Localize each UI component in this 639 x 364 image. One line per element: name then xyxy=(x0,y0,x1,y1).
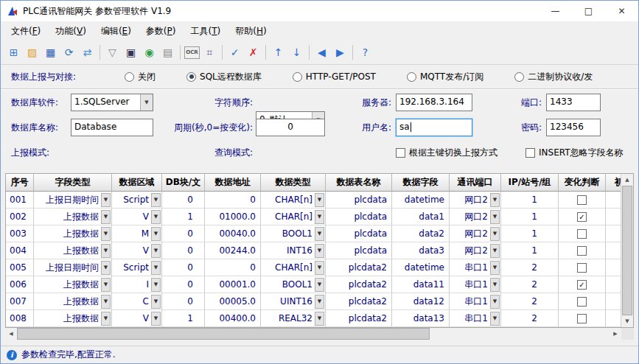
cell-db[interactable]: 0 xyxy=(162,293,205,310)
cell-seq[interactable]: 001 xyxy=(6,192,34,209)
menu-func[interactable]: 功能(V) xyxy=(48,22,94,41)
insert-ignore-checkbox[interactable]: INSERT忽略字段名称 xyxy=(525,145,624,160)
cell-seq[interactable]: 008 xyxy=(6,310,34,327)
column-header[interactable]: 数据表名称 xyxy=(326,174,392,192)
cell-dfield[interactable]: data3 xyxy=(392,242,450,259)
chevron-down-icon[interactable]: ▼ xyxy=(101,210,111,224)
horizontal-scroll-track[interactable] xyxy=(430,328,610,340)
cell-dfield[interactable]: data12 xyxy=(392,293,450,310)
cell-db[interactable]: 0 xyxy=(162,259,205,276)
chevron-down-icon[interactable]: ▼ xyxy=(151,227,161,241)
column-header[interactable]: DB块/文 xyxy=(162,174,205,192)
chevron-down-icon[interactable]: ▼ xyxy=(151,278,161,292)
cell-port[interactable]: 网口2▼ xyxy=(450,192,501,209)
cell-tname[interactable]: plcdata2 xyxy=(326,293,392,310)
connect-icon[interactable]: ⊞ xyxy=(5,44,22,61)
save-icon[interactable]: ▦ xyxy=(42,44,59,61)
change-checkbox-icon[interactable] xyxy=(577,297,587,307)
keypad-icon[interactable]: ⌗ xyxy=(201,44,218,61)
chevron-down-icon[interactable]: ▼ xyxy=(151,312,161,326)
cell-dfield[interactable]: data11 xyxy=(392,276,450,293)
delete-icon[interactable]: ✗ xyxy=(245,44,262,61)
cell-changed[interactable] xyxy=(559,310,606,327)
db-name-input[interactable]: Database xyxy=(71,119,153,136)
chevron-down-icon[interactable]: ▼ xyxy=(151,210,161,224)
chevron-down-icon[interactable]: ▼ xyxy=(490,244,500,258)
chevron-down-icon[interactable]: ▼ xyxy=(490,278,500,292)
port-input[interactable]: 1433 xyxy=(546,94,601,111)
radio-icon[interactable] xyxy=(125,72,134,82)
cell-dtype[interactable]: CHAR[n]▼ xyxy=(261,259,326,276)
cell-initial[interactable] xyxy=(606,293,621,310)
cell-addr[interactable]: 0 xyxy=(205,192,261,209)
chevron-down-icon[interactable]: ▼ xyxy=(101,261,111,275)
monitor-icon[interactable]: ▣ xyxy=(122,44,139,61)
change-checkbox-icon[interactable] xyxy=(577,314,587,323)
cell-seq[interactable]: 003 xyxy=(6,225,34,242)
cell-station[interactable]: 1 xyxy=(501,242,559,259)
change-checkbox-icon[interactable] xyxy=(577,263,587,273)
chevron-down-icon[interactable]: ▼ xyxy=(151,244,161,258)
radio-option[interactable]: HTTP-GET/POST xyxy=(293,71,376,83)
chevron-down-icon[interactable]: ▼ xyxy=(315,295,324,309)
cell-port[interactable]: 网口2▼ xyxy=(450,225,501,242)
cell-field_type[interactable]: 上报数据▼ xyxy=(34,242,112,259)
cell-field_type[interactable]: 上报数据▼ xyxy=(34,276,112,293)
primary-key-checkbox[interactable]: 根据主键切换上报方式 xyxy=(396,145,497,160)
change-checkbox-icon[interactable] xyxy=(577,246,587,256)
chevron-down-icon[interactable]: ▼ xyxy=(490,227,500,241)
horizontal-scrollbar[interactable]: ◀ ▶ xyxy=(5,328,634,340)
chevron-down-icon[interactable]: ▼ xyxy=(151,261,161,275)
password-input[interactable]: 123456 xyxy=(546,119,601,136)
cell-changed[interactable] xyxy=(559,242,606,259)
cell-initial[interactable] xyxy=(606,225,621,242)
help-icon[interactable]: ? xyxy=(357,44,374,61)
chevron-down-icon[interactable]: ▼ xyxy=(490,312,500,326)
chevron-down-icon[interactable]: ▼ xyxy=(315,210,324,224)
cell-initial[interactable] xyxy=(606,276,621,293)
prev-icon[interactable]: ◀ xyxy=(313,44,330,61)
cell-seq[interactable]: 004 xyxy=(6,242,34,259)
cell-seq[interactable]: 007 xyxy=(6,293,34,310)
cell-dfield[interactable]: data2 xyxy=(392,225,450,242)
cell-port[interactable]: 网口2▼ xyxy=(450,209,501,225)
ocr-icon[interactable]: OCR xyxy=(184,46,200,59)
change-checkbox-icon[interactable] xyxy=(577,229,587,239)
cell-dfield[interactable]: datetime xyxy=(392,259,450,276)
cell-changed[interactable]: ✓ xyxy=(559,276,606,293)
chevron-down-icon[interactable]: ▼ xyxy=(315,261,324,275)
cell-dfield[interactable]: datetime xyxy=(392,192,450,209)
radio-option[interactable]: MQTT发布/订阅 xyxy=(407,71,483,83)
scroll-up-icon[interactable]: ▲ xyxy=(621,174,633,186)
cell-changed[interactable] xyxy=(559,293,606,310)
cell-field_type[interactable]: 上报数据▼ xyxy=(34,209,112,225)
minimize-button[interactable]: — xyxy=(539,1,572,21)
cell-area[interactable]: V▼ xyxy=(112,242,162,259)
checkbox-icon[interactable] xyxy=(525,148,535,158)
cell-addr[interactable]: 00400.0 xyxy=(205,310,261,327)
chevron-down-icon[interactable]: ▼ xyxy=(140,94,153,111)
cell-db[interactable]: 0 xyxy=(162,242,205,259)
chevron-down-icon[interactable]: ▼ xyxy=(490,295,500,309)
change-checkbox-icon[interactable] xyxy=(577,195,587,205)
cell-db[interactable]: 1 xyxy=(162,310,205,327)
column-header[interactable]: 变化判断 xyxy=(559,174,606,192)
cell-dtype[interactable]: UINT16▼ xyxy=(261,293,326,310)
close-button[interactable]: ✕ xyxy=(605,1,638,21)
cell-station[interactable]: 2 xyxy=(501,259,559,276)
cell-addr[interactable]: 00244.0 xyxy=(205,242,261,259)
cell-tname[interactable]: plcdata xyxy=(326,192,392,209)
radio-icon[interactable] xyxy=(186,72,196,82)
chevron-down-icon[interactable]: ▼ xyxy=(101,193,111,207)
cell-area[interactable]: M▼ xyxy=(112,225,162,242)
cell-area[interactable]: V▼ xyxy=(112,310,162,327)
chevron-down-icon[interactable]: ▼ xyxy=(490,193,500,207)
chevron-down-icon[interactable]: ▼ xyxy=(101,278,111,292)
scroll-left-icon[interactable]: ◀ xyxy=(5,328,17,340)
cell-area[interactable]: I▼ xyxy=(112,276,162,293)
column-header[interactable]: IP/站号/组 xyxy=(501,174,559,192)
cell-seq[interactable]: 006 xyxy=(6,276,34,293)
cell-db[interactable]: 0 xyxy=(162,192,205,209)
cell-station[interactable]: 2 xyxy=(501,310,559,327)
cell-area[interactable]: C▼ xyxy=(112,293,162,310)
